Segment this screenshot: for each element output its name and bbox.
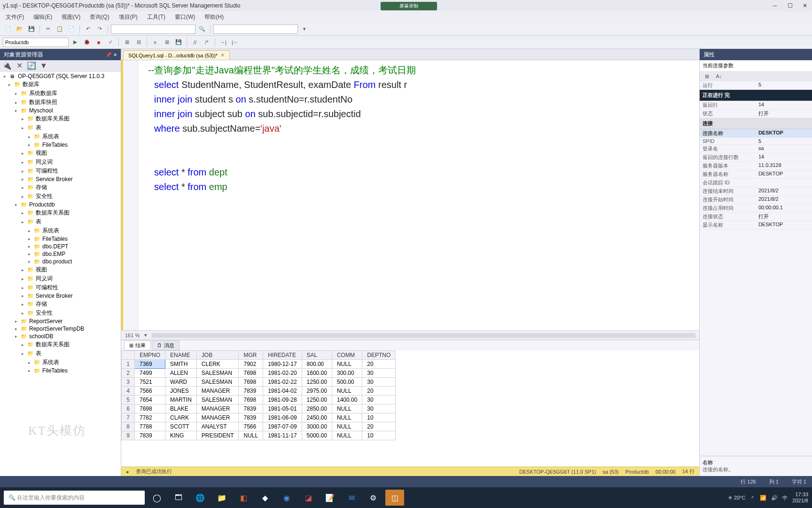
server-node[interactable]: ▸🖥OP-QE5GG6T (SQL Server 11.0.3 bbox=[0, 72, 121, 80]
tree-node[interactable]: ▸📁安全性 bbox=[0, 309, 121, 318]
cell[interactable]: MANAGER bbox=[196, 387, 239, 396]
tree-node[interactable]: ▸📁FileTables bbox=[0, 141, 121, 149]
app-icon-1[interactable]: ◆ bbox=[256, 490, 274, 506]
cell[interactable]: 7788 bbox=[135, 422, 165, 431]
uncomment-button[interactable]: /* bbox=[202, 37, 212, 48]
cell[interactable]: 7839 bbox=[239, 413, 263, 422]
cell[interactable]: NULL bbox=[332, 431, 362, 440]
tree-node[interactable]: ▸📁系统表 bbox=[0, 132, 121, 141]
categorize-button[interactable]: ⊞ bbox=[702, 71, 712, 81]
cell[interactable]: 7839 bbox=[135, 431, 165, 440]
tree-node[interactable]: ▸📁数据库关系图 bbox=[0, 340, 121, 349]
cell[interactable]: 7698 bbox=[239, 369, 263, 378]
tree-node[interactable]: ▸📁存储 bbox=[0, 300, 121, 309]
property-row[interactable]: 连接状态打开 bbox=[700, 213, 812, 221]
menu-edit[interactable]: 编辑(E) bbox=[30, 12, 56, 22]
undo-button[interactable]: ↶ bbox=[83, 24, 93, 34]
zoom-down-icon[interactable]: ▾ bbox=[144, 332, 147, 338]
results-to-file-button[interactable]: 💾 bbox=[173, 37, 184, 48]
cell[interactable]: BLAKE bbox=[165, 405, 197, 413]
taskbar-search[interactable]: 🔍 在这里输入你要搜索的内容 bbox=[4, 491, 145, 505]
debug-button[interactable]: 🐞 bbox=[82, 37, 92, 48]
connect-button[interactable]: 🔌 bbox=[2, 61, 12, 71]
table-row[interactable]: 87788SCOTTANALYST75661987-07-093000.00NU… bbox=[122, 422, 396, 431]
cell[interactable]: 1981-04-02 bbox=[263, 387, 302, 396]
cell[interactable]: 1980-12-17 bbox=[263, 360, 302, 369]
cell[interactable]: 1250.00 bbox=[302, 378, 332, 387]
copy-button[interactable]: 📋 bbox=[55, 24, 65, 34]
tree-node[interactable]: ▸📁可编程性 bbox=[0, 283, 121, 292]
cut-button[interactable]: ✂ bbox=[43, 24, 53, 34]
cell[interactable]: ALLEN bbox=[165, 369, 197, 378]
tree-node[interactable]: ▸📁数据库关系图 bbox=[0, 114, 121, 123]
cell[interactable]: WARD bbox=[165, 378, 197, 387]
network-icon[interactable]: 📶 bbox=[760, 495, 766, 501]
indent-button[interactable]: →| bbox=[218, 37, 228, 48]
property-row[interactable]: SPID5 bbox=[700, 138, 812, 145]
tree-node[interactable]: ▸📁dbo.product bbox=[0, 258, 121, 265]
cell[interactable]: 7698 bbox=[135, 405, 165, 413]
cell[interactable]: NULL bbox=[239, 431, 263, 440]
table-row[interactable]: 17369SMITHCLERK79021980-12-17800.00NULL2… bbox=[122, 360, 396, 369]
cell[interactable]: PRESIDENT bbox=[196, 431, 239, 440]
tree-node[interactable]: ▸📁系统表 bbox=[0, 358, 121, 367]
stop-button[interactable]: ■ bbox=[94, 37, 104, 48]
cell[interactable]: JONES bbox=[165, 387, 197, 396]
cell[interactable]: CLERK bbox=[196, 360, 239, 369]
system-tray[interactable]: ☀ 20°C ＾ 📶 🔊 中 17:33 2021/8 bbox=[728, 492, 808, 504]
cell[interactable]: 500.00 bbox=[332, 378, 362, 387]
tree-node[interactable]: ▸📁schoolDB bbox=[0, 333, 121, 340]
close-button[interactable]: ✕ bbox=[801, 2, 809, 9]
tree-node[interactable]: ▸📁Service Broker bbox=[0, 292, 121, 300]
cell[interactable]: 1981-09-28 bbox=[263, 396, 302, 405]
tree-node[interactable]: ▸📁FileTables bbox=[0, 367, 121, 374]
tree-node[interactable]: ▸📁系统表 bbox=[0, 226, 121, 235]
settings-icon[interactable]: ⚙ bbox=[364, 490, 383, 506]
property-row[interactable]: 连接占用时间00:00:00.1 bbox=[700, 204, 812, 213]
property-row[interactable]: 登录名sa bbox=[700, 145, 812, 153]
menu-window[interactable]: 窗口(W) bbox=[171, 12, 199, 22]
tree-node[interactable]: ▸📁数据库 bbox=[0, 80, 121, 89]
column-header[interactable]: HIREDATE bbox=[263, 351, 302, 360]
table-row[interactable]: 57654MARTINSALESMAN76981981-09-281250.00… bbox=[122, 396, 396, 405]
cell[interactable]: 7654 bbox=[135, 396, 165, 405]
cell[interactable]: NULL bbox=[332, 387, 362, 396]
table-row[interactable]: 47566JONESMANAGER78391981-04-022975.00NU… bbox=[122, 387, 396, 396]
property-row[interactable]: 会话跟踪 ID bbox=[700, 179, 812, 187]
app-icon-2[interactable]: ◉ bbox=[277, 490, 296, 506]
tree-node[interactable]: ▸📁可编程性 bbox=[0, 167, 121, 175]
tree-node[interactable]: ▸📁安全性 bbox=[0, 192, 121, 201]
cell[interactable]: SALESMAN bbox=[196, 369, 239, 378]
tree-node[interactable]: ▸📁表 bbox=[0, 217, 121, 226]
cell[interactable]: 7902 bbox=[239, 360, 263, 369]
document-tab[interactable]: SQLQuery1.sql - D...oductdb (sa (53))* ✕ bbox=[123, 50, 230, 60]
cell[interactable]: MANAGER bbox=[196, 413, 239, 422]
cell[interactable]: 1981-02-20 bbox=[263, 369, 302, 378]
save-button[interactable]: 💾 bbox=[26, 24, 37, 34]
property-row[interactable]: 显示名称DESKTOP bbox=[700, 221, 812, 230]
cell[interactable]: 1981-06-09 bbox=[263, 413, 302, 422]
cell[interactable]: 300.00 bbox=[332, 369, 362, 378]
column-header[interactable]: MGR bbox=[239, 351, 263, 360]
tray-chevron-icon[interactable]: ＾ bbox=[750, 494, 755, 501]
column-header[interactable]: COMM bbox=[332, 351, 362, 360]
cell[interactable]: 7566 bbox=[135, 387, 165, 396]
column-header[interactable]: ENAME bbox=[165, 351, 197, 360]
alphabetical-button[interactable]: A↓ bbox=[714, 71, 724, 81]
volume-icon[interactable]: 🔊 bbox=[771, 495, 778, 501]
property-row[interactable]: 返回的连接行数14 bbox=[700, 153, 812, 162]
column-header[interactable]: DEPTNO bbox=[362, 351, 396, 360]
cell[interactable]: 30 bbox=[362, 405, 396, 413]
cell[interactable]: 7499 bbox=[135, 369, 165, 378]
cell[interactable]: 1600.00 bbox=[302, 369, 332, 378]
property-row[interactable]: 服务器名称DESKTOP bbox=[700, 170, 812, 179]
tree-node[interactable]: ▸📁dbo.DEPT bbox=[0, 243, 121, 250]
cell[interactable]: SALESMAN bbox=[196, 396, 239, 405]
cell[interactable]: 20 bbox=[362, 360, 396, 369]
close-panel-icon[interactable]: ✕ bbox=[113, 52, 117, 57]
parse-button[interactable]: ✓ bbox=[105, 37, 116, 48]
cell[interactable]: NULL bbox=[332, 360, 362, 369]
menu-project[interactable]: 项目(P) bbox=[115, 12, 141, 22]
cell[interactable]: ANALYST bbox=[196, 422, 239, 431]
app-icon-3[interactable]: ◪ bbox=[299, 490, 318, 506]
